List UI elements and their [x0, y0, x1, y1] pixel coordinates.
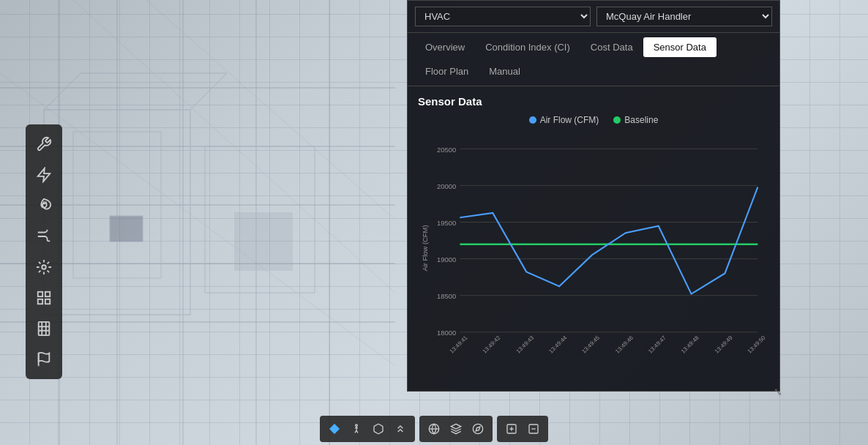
- x-label-9: 13:49:50: [747, 334, 767, 354]
- tools-zoom-in-button[interactable]: [503, 422, 520, 436]
- legend-airflow-label: Air Flow (CFM): [540, 115, 599, 125]
- legend-baseline-dot: [613, 116, 621, 124]
- chart-svg: 20500 20000 19500 19000 18500 18000 Air …: [418, 131, 769, 365]
- panel-tabs: Overview Condition Index (CI) Cost Data …: [408, 33, 779, 86]
- x-label-2: 13:49:43: [515, 334, 535, 355]
- tab-ci[interactable]: Condition Index (CI): [475, 37, 580, 57]
- svg-rect-20: [110, 216, 143, 242]
- x-label-4: 13:49:45: [580, 334, 601, 354]
- svg-rect-25: [38, 299, 42, 304]
- svg-rect-27: [39, 322, 50, 335]
- resize-handle[interactable]: ⤡: [774, 386, 784, 396]
- svg-rect-26: [45, 299, 50, 304]
- svg-marker-45: [476, 427, 480, 431]
- svg-marker-43: [451, 424, 460, 429]
- view-globe-button[interactable]: [425, 422, 443, 436]
- tab-overview[interactable]: Overview: [415, 37, 475, 57]
- sidebar-item-fire[interactable]: [30, 192, 58, 220]
- sidebar-toolbar: [26, 124, 62, 379]
- y-label-18500: 18500: [437, 292, 456, 300]
- system-dropdown[interactable]: HVAC Electrical Plumbing: [415, 7, 591, 26]
- sidebar-item-plumbing[interactable]: [30, 222, 58, 250]
- y-label-19000: 19000: [437, 255, 456, 263]
- tab-cost[interactable]: Cost Data: [580, 37, 643, 57]
- tab-floorplan[interactable]: Floor Plan: [415, 61, 479, 81]
- x-label-1: 13:49:42: [482, 334, 502, 355]
- y-label-20000: 20000: [437, 182, 456, 190]
- nav-up-button[interactable]: [392, 422, 409, 436]
- sidebar-item-tower[interactable]: [30, 315, 58, 343]
- x-label-3: 13:49:44: [547, 334, 568, 354]
- svg-line-18: [190, 73, 227, 110]
- chart-legend: Air Flow (CFM) Baseline: [418, 115, 769, 125]
- tools-group: [497, 416, 548, 442]
- svg-marker-21: [38, 168, 50, 182]
- svg-point-22: [42, 265, 46, 269]
- tab-sensor[interactable]: Sensor Data: [643, 37, 717, 57]
- x-label-6: 13:49:47: [647, 334, 667, 355]
- sidebar-item-electrical[interactable]: [30, 161, 58, 189]
- tools-zoom-out-button[interactable]: [525, 422, 542, 436]
- sensor-panel: Sensor Data Air Flow (CFM) Baseline: [408, 86, 779, 391]
- legend-baseline: Baseline: [613, 115, 658, 125]
- airflow-line: [460, 187, 757, 294]
- x-label-8: 13:49:49: [714, 334, 734, 355]
- svg-rect-23: [38, 292, 42, 296]
- main-panel: HVAC Electrical Plumbing McQuay Air Hand…: [407, 0, 780, 392]
- legend-airflow: Air Flow (CFM): [529, 115, 599, 125]
- bottom-toolbar: [317, 413, 551, 445]
- legend-airflow-dot: [529, 116, 536, 124]
- nav-home-button[interactable]: [326, 422, 343, 436]
- svg-point-40: [356, 425, 358, 427]
- sensor-panel-title: Sensor Data: [418, 95, 769, 108]
- legend-baseline-label: Baseline: [624, 115, 658, 125]
- svg-marker-39: [329, 424, 339, 433]
- nav-fly-button[interactable]: [370, 422, 387, 436]
- x-label-0: 13:49:41: [449, 334, 469, 355]
- y-label-20500: 20500: [437, 146, 456, 154]
- x-label-7: 13:49:48: [680, 334, 700, 355]
- y-label-19500: 19500: [437, 219, 456, 227]
- panel-dropdowns: HVAC Electrical Plumbing McQuay Air Hand…: [408, 1, 779, 33]
- sensor-chart: 20500 20000 19500 19000 18500 18000 Air …: [418, 131, 769, 365]
- view-group: [419, 416, 493, 442]
- svg-point-44: [473, 424, 482, 433]
- nav-walk-button[interactable]: [348, 422, 365, 436]
- sidebar-item-flag[interactable]: [30, 345, 58, 373]
- sidebar-item-structure[interactable]: [30, 284, 58, 312]
- view-layers-button[interactable]: [447, 422, 465, 436]
- x-label-5: 13:49:46: [614, 334, 635, 355]
- y-label-18000: 18000: [437, 329, 456, 337]
- nav-group: [320, 416, 415, 442]
- view-compass-button[interactable]: [469, 422, 487, 436]
- svg-line-17: [44, 73, 81, 110]
- svg-rect-16: [234, 212, 293, 271]
- equipment-dropdown[interactable]: McQuay Air Handler AHU-1 AHU-2: [596, 7, 772, 26]
- sidebar-item-maintenance[interactable]: [30, 130, 58, 158]
- tab-manual[interactable]: Manual: [479, 61, 531, 81]
- sidebar-item-hvac[interactable]: [30, 253, 58, 281]
- y-axis-title: Air Flow (CFM): [421, 225, 429, 271]
- svg-rect-24: [45, 292, 50, 296]
